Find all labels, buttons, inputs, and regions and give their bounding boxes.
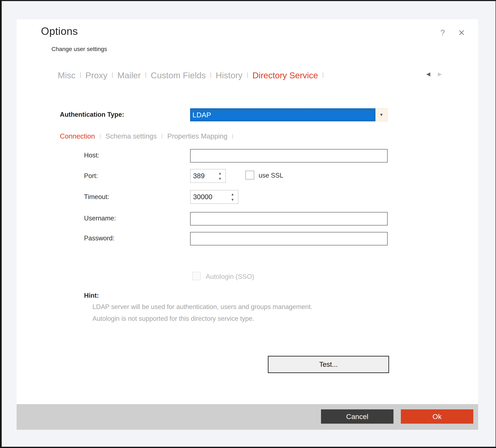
tab-custom-fields[interactable]: Custom Fields — [147, 71, 210, 80]
subtab-separator: | — [232, 133, 233, 139]
timeout-spinner: ▲ ▼ — [190, 190, 238, 204]
timeout-input[interactable] — [190, 190, 228, 203]
autologin-label: Autologin (SSO) — [206, 273, 254, 281]
dropdown-selected-area: LDAP — [190, 108, 375, 121]
hint-line: LDAP server will be used for authenticat… — [93, 303, 312, 311]
tab-separator: | — [210, 71, 212, 78]
subtab-separator: | — [100, 133, 101, 139]
tab-history[interactable]: History — [212, 71, 247, 80]
tab-proxy[interactable]: Proxy — [81, 71, 112, 80]
dialog-title: Options — [41, 25, 78, 37]
timeout-spin-buttons: ▲ ▼ — [228, 190, 238, 203]
password-input[interactable] — [190, 232, 388, 245]
port-label: Port: — [84, 172, 98, 180]
dialog-subtitle: Change user settings — [51, 46, 107, 52]
screen: { "window": { "title": "Options", "subti… — [0, 0, 496, 448]
use-ssl-checkbox[interactable] — [245, 171, 254, 179]
password-label: Password: — [84, 235, 114, 242]
host-label: Host: — [84, 151, 99, 159]
hint-heading: Hint: — [84, 292, 99, 299]
spin-up-icon[interactable]: ▲ — [218, 172, 222, 175]
tab-scroll-controls: ◀ ▶ — [426, 71, 442, 77]
tab-separator: | — [145, 71, 146, 78]
spin-down-icon[interactable]: ▼ — [231, 198, 234, 202]
options-dialog: Options ? ✕ Change user settings Misc | … — [16, 19, 478, 430]
tab-separator: | — [80, 71, 81, 78]
port-spinner: ▲ ▼ — [190, 169, 226, 183]
test-button[interactable]: Test... — [268, 356, 389, 373]
username-label: Username: — [84, 215, 116, 222]
tab-scroll-right-icon: ▶ — [438, 71, 442, 77]
tab-scroll-left-icon[interactable]: ◀ — [426, 71, 430, 77]
use-ssl-label: use SSL — [259, 172, 283, 179]
subtab-bar: Connection | Schema settings | Propertie… — [60, 132, 233, 140]
port-input[interactable] — [190, 169, 216, 182]
port-spin-buttons: ▲ ▼ — [216, 169, 225, 182]
autologin-checkbox — [192, 272, 201, 280]
tab-separator: | — [247, 71, 248, 78]
tab-misc[interactable]: Misc — [58, 71, 80, 80]
cancel-button[interactable]: Cancel — [321, 409, 393, 424]
hint-line: Autologin is not supported for this dire… — [93, 315, 254, 322]
tab-directory-service[interactable]: Directory Service — [248, 71, 322, 80]
host-input[interactable] — [190, 149, 388, 163]
subtab-properties-mapping[interactable]: Properties Mapping — [163, 132, 232, 140]
subtab-schema-settings[interactable]: Schema settings — [101, 132, 161, 140]
timeout-label: Timeout: — [84, 193, 109, 201]
authentication-type-dropdown[interactable]: LDAP ▼ — [190, 108, 388, 121]
dropdown-selected-value: LDAP — [192, 109, 211, 121]
dropdown-arrow-icon[interactable]: ▼ — [375, 108, 388, 121]
spin-up-icon[interactable]: ▲ — [231, 193, 234, 196]
spin-down-icon[interactable]: ▼ — [218, 177, 222, 180]
tab-mailer[interactable]: Mailer — [113, 71, 145, 80]
subtab-separator: | — [161, 133, 163, 139]
focus-rect — [192, 110, 374, 120]
tab-separator: | — [111, 71, 113, 78]
authentication-type-label: Authentication Type: — [60, 111, 124, 119]
tab-separator: | — [322, 71, 324, 78]
ok-button[interactable]: Ok — [401, 409, 473, 424]
subtab-connection[interactable]: Connection — [60, 132, 100, 140]
username-input[interactable] — [190, 212, 388, 225]
tab-bar: Misc | Proxy | Mailer | Custom Fields | … — [58, 71, 324, 80]
footer-bar: Cancel Ok — [16, 404, 478, 430]
close-icon[interactable]: ✕ — [456, 27, 467, 39]
help-icon[interactable]: ? — [437, 27, 449, 39]
